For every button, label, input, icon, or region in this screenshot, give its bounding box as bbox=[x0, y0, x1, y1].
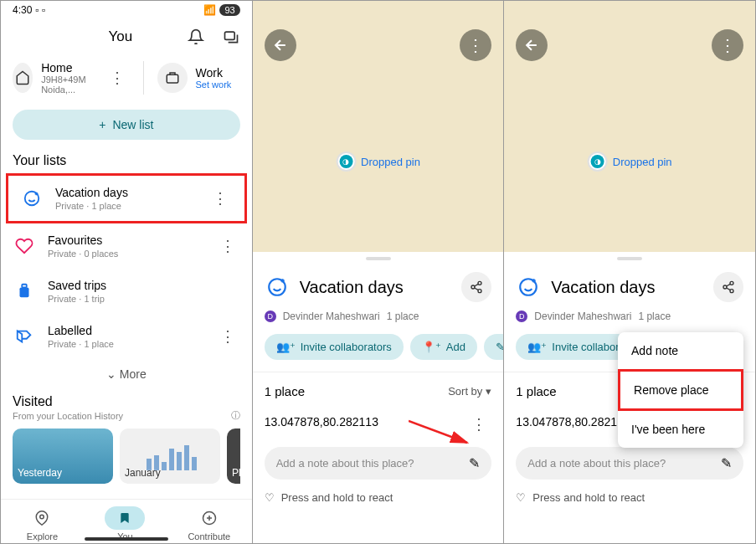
place-more-icon[interactable]: ⋮ bbox=[466, 415, 491, 434]
place-coordinates[interactable]: 13.047878,80.282113 bbox=[516, 415, 630, 434]
set-work-link[interactable]: Set work bbox=[196, 80, 232, 90]
home-shortcut[interactable]: Home J9H8+49M Noida,... bbox=[13, 61, 96, 95]
share-button[interactable] bbox=[713, 272, 743, 302]
home-icon bbox=[13, 63, 33, 93]
info-icon[interactable]: ⓘ bbox=[231, 409, 240, 422]
owner-count: 1 place bbox=[387, 310, 419, 322]
note-placeholder: Add a note about this place? bbox=[527, 457, 721, 470]
dropped-pin-label: Dropped pin bbox=[361, 156, 420, 168]
visited-sub: From your Location History bbox=[13, 411, 123, 421]
overflow-menu-button[interactable]: ⋮ bbox=[712, 29, 743, 61]
visited-card-january[interactable]: January bbox=[120, 429, 220, 484]
gesture-handle bbox=[85, 537, 168, 541]
dropped-pin-label: Dropped pin bbox=[613, 156, 672, 168]
place-count: 1 place bbox=[516, 384, 556, 398]
place-context-menu: Add note Remove place I've been here bbox=[618, 332, 743, 448]
panel-you-saved: 4:30 ▫ ▫ 📶 93 You Home J9H8+49M Noida,..… bbox=[1, 1, 253, 543]
panel-context-menu: 4:30 ▫ ▫ 📶 93 ⋮ ◑ Dropped pin Vacation d… bbox=[504, 1, 755, 543]
owner-row: D Devinder Maheshwari 1 place bbox=[253, 309, 504, 331]
list-sub: Private · 1 trip bbox=[48, 294, 240, 304]
svg-point-9 bbox=[471, 285, 475, 289]
list-sub: Private · 0 places bbox=[48, 249, 203, 259]
add-chip[interactable]: 📍⁺ Add bbox=[410, 334, 477, 360]
owner-count: 1 place bbox=[638, 310, 671, 322]
list-item-saved-trips[interactable]: Saved trips Private · 1 trip bbox=[1, 269, 252, 314]
chip-label: Add bbox=[446, 341, 465, 353]
list-name: Saved trips bbox=[48, 279, 240, 292]
dropped-pin-marker[interactable]: ◑ Dropped pin bbox=[588, 151, 672, 172]
map-view[interactable]: ⋮ ◑ Dropped pin bbox=[504, 1, 755, 252]
caret-down-icon: ▾ bbox=[486, 385, 491, 398]
visited-title: Visited bbox=[13, 394, 240, 409]
home-label: Home bbox=[41, 61, 95, 74]
bottom-nav: Explore You Contribute bbox=[1, 499, 252, 543]
messages-icon[interactable] bbox=[222, 28, 240, 46]
pencil-icon: ✎ bbox=[469, 455, 480, 471]
sheet-handle[interactable] bbox=[366, 257, 391, 260]
note-placeholder: Add a note about this place? bbox=[276, 457, 470, 470]
menu-remove-place[interactable]: Remove place bbox=[618, 369, 743, 411]
nav-contribute[interactable]: Contribute bbox=[188, 506, 230, 541]
sheet-handle[interactable] bbox=[617, 257, 642, 260]
visited-card-yesterday[interactable]: Yesterday bbox=[13, 429, 113, 484]
card-label: Pla bbox=[232, 467, 240, 479]
dropped-pin-marker[interactable]: ◑ Dropped pin bbox=[336, 151, 420, 172]
home-more-icon[interactable]: ⋮ bbox=[105, 69, 130, 87]
list-item-labelled[interactable]: Labelled Private · 1 place ⋮ bbox=[1, 314, 252, 359]
list-more-icon[interactable]: ⋮ bbox=[208, 189, 233, 208]
react-hint[interactable]: ♡ Press and hold to react bbox=[504, 485, 755, 511]
nav-you[interactable]: You bbox=[105, 506, 145, 541]
plus-circle-icon bbox=[189, 506, 229, 530]
list-item-favourites[interactable]: Favourites Private · 0 places ⋮ bbox=[1, 223, 252, 269]
owner-name: Devinder Maheshwari bbox=[534, 310, 631, 322]
back-button[interactable] bbox=[516, 29, 548, 61]
person-add-icon: 👥⁺ bbox=[276, 341, 296, 353]
map-view[interactable]: ⋮ ◑ Dropped pin bbox=[253, 1, 504, 252]
owner-avatar: D bbox=[516, 310, 527, 322]
react-label: Press and hold to react bbox=[532, 491, 645, 504]
place-count: 1 place bbox=[265, 384, 305, 398]
home-address: J9H8+49M Noida,... bbox=[41, 74, 95, 95]
chip-label: Invite collaborat bbox=[552, 341, 628, 353]
list-item-vacation-days[interactable]: Vacation days Private · 1 place ⋮ bbox=[8, 176, 244, 221]
place-coordinates[interactable]: 13.047878,80.282113 bbox=[265, 415, 378, 434]
menu-been-here[interactable]: I've been here bbox=[618, 411, 743, 448]
pencil-icon: ✎ bbox=[721, 455, 732, 471]
header-title: You bbox=[54, 28, 187, 45]
list-more-icon[interactable]: ⋮ bbox=[215, 327, 240, 346]
new-list-button[interactable]: + New list bbox=[13, 110, 240, 140]
overflow-menu-button[interactable]: ⋮ bbox=[460, 29, 491, 61]
status-icons-left: ▫ ▫ bbox=[35, 4, 45, 16]
react-hint[interactable]: ♡ Press and hold to react bbox=[253, 485, 504, 511]
work-label: Work bbox=[196, 66, 232, 80]
work-shortcut[interactable]: Work Set work bbox=[157, 63, 240, 93]
edit-chip[interactable]: ✎ Edit bbox=[484, 334, 504, 360]
list-smiley-icon bbox=[516, 275, 541, 300]
status-bar: 4:30 ▫ ▫ 📶 93 bbox=[1, 1, 252, 19]
owner-name: Devinder Maheshwari bbox=[283, 310, 380, 322]
add-note-field[interactable]: Add a note about this place? ✎ bbox=[265, 447, 492, 480]
back-button[interactable] bbox=[265, 29, 296, 61]
invite-collaborators-chip[interactable]: 👥⁺ Invite collaborators bbox=[265, 334, 404, 360]
svg-rect-1 bbox=[167, 74, 178, 83]
card-label: Yesterday bbox=[18, 467, 62, 479]
add-note-field[interactable]: Add a note about this place? ✎ bbox=[516, 447, 743, 480]
nav-explore[interactable]: Explore bbox=[22, 506, 62, 541]
list-more-icon[interactable]: ⋮ bbox=[215, 237, 240, 255]
list-name: Vacation days bbox=[55, 186, 196, 199]
nav-label: Contribute bbox=[188, 531, 230, 541]
list-name: Labelled bbox=[48, 324, 203, 337]
list-sub: Private · 1 place bbox=[55, 201, 196, 211]
vdots-icon: ⋮ bbox=[467, 35, 484, 55]
visited-card-more[interactable]: Pla bbox=[227, 429, 240, 484]
notifications-icon[interactable] bbox=[187, 28, 205, 46]
menu-add-note[interactable]: Add note bbox=[618, 332, 743, 369]
svg-point-8 bbox=[478, 281, 481, 285]
owner-row: D Devinder Maheshwari 1 place bbox=[504, 309, 755, 331]
your-lists-title: Your lists bbox=[1, 148, 252, 173]
svg-point-15 bbox=[730, 290, 733, 293]
person-add-icon: 👥⁺ bbox=[527, 341, 547, 353]
share-button[interactable] bbox=[461, 272, 491, 302]
more-button[interactable]: ⌄ More bbox=[1, 359, 252, 389]
sort-by-button[interactable]: Sort by ▾ bbox=[448, 385, 491, 398]
